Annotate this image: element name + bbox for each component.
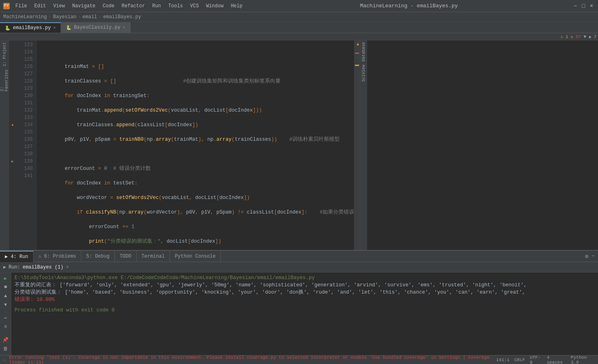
- line-134: if classifyNB(np.array(wordVector), p0V,…: [40, 209, 354, 216]
- menu-bar: File Edit View Navigate Code Refactor Ru…: [12, 2, 246, 10]
- warning-total: 7: [594, 34, 596, 39]
- scroll-up-button[interactable]: ▲: [2, 292, 10, 300]
- gutter-127: [9, 70, 16, 78]
- line-129: p0V, p1V, pSpam = trainNB0(np.array(trai…: [40, 136, 354, 143]
- gutter-136: [9, 136, 16, 143]
- tab-emailbayes-close[interactable]: ×: [53, 26, 56, 30]
- gutter-125: [9, 56, 16, 63]
- title-bar-left: PY File Edit View Navigate Code Refactor…: [3, 2, 246, 10]
- line-ending[interactable]: CRLF: [514, 358, 525, 362]
- bottom-panel: ▶ 4: Run ⚠ 6: Problems 5: Debug TODO Ter…: [0, 250, 598, 355]
- pin-button[interactable]: 📌: [2, 336, 10, 344]
- soft-wrap-button[interactable]: ≡: [2, 323, 10, 331]
- warning-icon: ⚠: [560, 34, 563, 39]
- close-button[interactable]: ×: [588, 3, 595, 9]
- gutter-137: [9, 143, 16, 150]
- run-session-label: Run:: [8, 265, 20, 270]
- line-124: trainMat = []: [40, 63, 354, 70]
- line-136: print("分类错误的测试集：", docList[docIndex]): [40, 238, 354, 245]
- tab-bayesclassily-close[interactable]: ×: [123, 25, 125, 30]
- run-session-close[interactable]: ×: [66, 265, 69, 270]
- sidebar-item-project[interactable]: 1: Project: [0, 42, 8, 66]
- menu-refactor[interactable]: Refactor: [118, 2, 148, 10]
- gutter-139-run[interactable]: ▶: [9, 158, 16, 165]
- panel-tab-problems[interactable]: ⚠ 6: Problems: [34, 251, 82, 262]
- run-session-name[interactable]: emailBayes (1): [23, 265, 63, 270]
- tab-bayesclassily[interactable]: 🐍 BayesClassily.py ×: [61, 22, 131, 33]
- scroll-down-button[interactable]: ▼: [2, 301, 10, 309]
- tab-bayesclassily-label: BayesClassily.py: [74, 25, 120, 30]
- gutter-134-bp[interactable]: ●: [9, 121, 16, 129]
- menu-vcs[interactable]: VCS: [187, 2, 202, 10]
- maximize-button[interactable]: □: [580, 3, 587, 9]
- stop-button[interactable]: ■: [2, 283, 10, 291]
- encoding[interactable]: UTF-8: [530, 355, 542, 364]
- menu-navigate[interactable]: Navigate: [69, 2, 99, 10]
- run-icon: ▶: [5, 254, 8, 260]
- line-127: trainMat.append(setOfWords2Vec(vocabList…: [40, 107, 354, 114]
- minimize-button[interactable]: −: [572, 3, 579, 9]
- breadcrumb-email[interactable]: email: [82, 14, 97, 20]
- menu-run[interactable]: Run: [149, 2, 164, 10]
- wrap-button[interactable]: ↩: [2, 314, 10, 322]
- menu-window[interactable]: Window: [203, 2, 227, 10]
- status-error-message: Error running 'test (1)': Coverage is no…: [9, 355, 496, 364]
- line-132: for docIndex in testSet:: [40, 180, 354, 187]
- menu-view[interactable]: View: [50, 2, 68, 10]
- line-131: errorCount = 0 # 错误分类计数: [40, 165, 354, 172]
- run-session-icon: ▶: [3, 264, 6, 270]
- error-up-icon: ▲: [571, 34, 573, 39]
- panel-tabs-bar: ▶ 4: Run ⚠ 6: Problems 5: Debug TODO Ter…: [0, 251, 598, 262]
- gutter-132: [9, 107, 16, 114]
- line-133: wordVector = setOfWords2Vec(vocabList, d…: [40, 194, 354, 201]
- gutter-135: [9, 129, 16, 136]
- line-123: [40, 49, 354, 56]
- python-file-icon-2: 🐍: [66, 25, 72, 30]
- editor-tabs: 🐍 emailBayes.py × 🐍 BayesClassily.py ×: [0, 22, 598, 33]
- far-left-sidebar: 1: Project 2: Favorites: [0, 40, 9, 250]
- breadcrumb-file[interactable]: emailBayes.py: [103, 14, 141, 20]
- scroll-indicator: ▲: [354, 40, 360, 250]
- error-count: 87: [576, 34, 581, 39]
- console-output-line2: 分类错误的测试集： ['home', 'based', 'business', …: [15, 289, 595, 296]
- tab-emailbayes[interactable]: 🐍 emailBayes.py ×: [0, 22, 61, 33]
- line-130: [40, 150, 354, 158]
- menu-edit[interactable]: Edit: [31, 2, 49, 10]
- breadcrumb-project[interactable]: MachineLearning: [3, 14, 47, 20]
- gutter-124: [9, 49, 16, 56]
- clear-button[interactable]: 🗑: [2, 345, 10, 353]
- chevron-up-icon[interactable]: ▲: [589, 34, 592, 39]
- status-bar: ⚠ Error running 'test (1)': Coverage is …: [0, 355, 598, 364]
- panel-tab-python-console[interactable]: Python Console: [170, 251, 221, 262]
- gutter-123: [9, 41, 16, 49]
- panel-tab-terminal[interactable]: Terminal: [137, 251, 170, 262]
- run-again-button[interactable]: ▶: [2, 274, 10, 282]
- title-bar: PY File Edit View Navigate Code Refactor…: [0, 0, 598, 12]
- main-area: 1: Project 2: Favorites ●: [0, 40, 598, 250]
- indent-size[interactable]: 4 spaces: [547, 355, 566, 364]
- code-editor[interactable]: ● ▶ 123 124 125 126 127 128 129 130 131: [9, 40, 354, 250]
- menu-help[interactable]: Help: [228, 2, 246, 10]
- cursor-position[interactable]: 141:1: [496, 358, 509, 362]
- panel-tab-debug[interactable]: 5: Debug: [81, 251, 115, 262]
- gutter-140: [9, 165, 16, 172]
- breadcrumb-bayesian[interactable]: Bayesian: [53, 14, 76, 20]
- line-128: trainClasses.append(classList[docIndex]): [40, 121, 354, 129]
- database-tab[interactable]: Database: [361, 40, 367, 63]
- panel-tab-todo[interactable]: TODO: [115, 251, 137, 262]
- chevron-down-icon[interactable]: ▼: [583, 34, 586, 39]
- editor-container: ● ▶ 123 124 125 126 127 128 129 130 131: [9, 40, 598, 250]
- menu-tools[interactable]: Tools: [165, 2, 186, 10]
- panel-tab-run[interactable]: ▶ 4: Run: [0, 251, 34, 262]
- panel-minimize-icon[interactable]: −: [592, 253, 595, 259]
- sidebar-item-favorites[interactable]: 2: Favorites: [0, 67, 8, 91]
- python-interpreter[interactable]: Python 3.9: [571, 355, 595, 364]
- code-content[interactable]: trainMat = [] trainClasses = [] #创建训练集矩阵…: [36, 40, 354, 250]
- breadcrumb: MachineLearning › Bayesian › email › ema…: [0, 12, 598, 22]
- status-left: ⚠ Error running 'test (1)': Coverage is …: [3, 355, 496, 364]
- panel-settings-icon[interactable]: ⚙: [585, 253, 588, 260]
- gutter-128: [9, 78, 16, 85]
- menu-code[interactable]: Code: [99, 2, 118, 10]
- sciview-tab[interactable]: SciView: [361, 63, 367, 83]
- menu-file[interactable]: File: [12, 2, 30, 10]
